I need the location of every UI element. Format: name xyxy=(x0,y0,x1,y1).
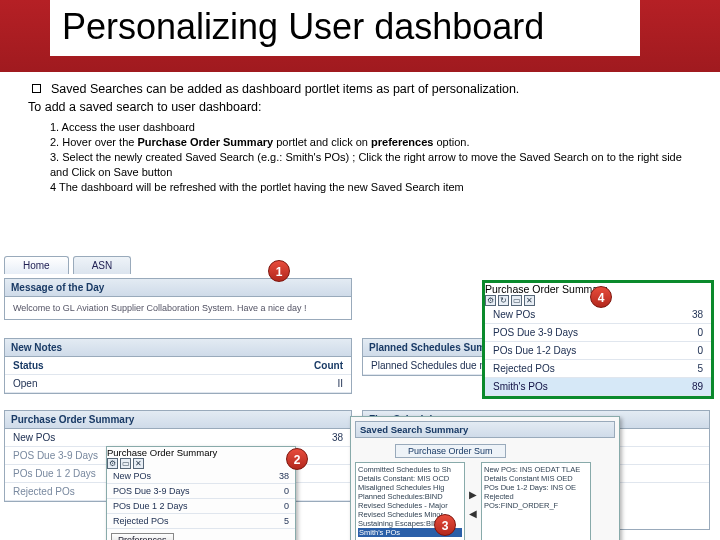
step-3: 3. Select the newly created Saved Search… xyxy=(50,150,692,180)
portlet-title: Message of the Day xyxy=(11,282,104,293)
callout-4: 4 xyxy=(590,286,612,308)
move-left-icon[interactable]: ◀ xyxy=(469,508,477,519)
portlet-close-icon[interactable]: ✕ xyxy=(524,295,535,306)
tab-home[interactable]: Home xyxy=(4,256,69,274)
portlet-close-icon[interactable]: ✕ xyxy=(133,458,144,469)
move-right-icon[interactable]: ▶ xyxy=(469,489,477,500)
tab-asn[interactable]: ASN xyxy=(73,256,132,274)
portlet-title: Purchase Order Summary xyxy=(107,447,217,458)
intro-line-1: Saved Searches can be added as dashboard… xyxy=(51,82,519,96)
callout-2: 2 xyxy=(286,448,308,470)
motd-body: Welcome to GL Aviation Supplier Collabor… xyxy=(5,297,351,319)
po-summary-hover-popup: Purchase Order Summary ⚙ ▭ ✕ New POs38 P… xyxy=(106,446,296,540)
step-1: 1. Access the user dashboard xyxy=(50,120,692,135)
intro-block: Saved Searches can be added as dashboard… xyxy=(0,72,720,198)
portlet-refresh-icon[interactable]: ↻ xyxy=(498,295,509,306)
dashboard-screenshot: Home ASN Message of the Day Welcome to G… xyxy=(0,230,720,540)
portlet-minimize-icon[interactable]: ▭ xyxy=(511,295,522,306)
portlet-gear-icon[interactable]: ⚙ xyxy=(107,458,118,469)
portlet-motd: Message of the Day Welcome to GL Aviatio… xyxy=(4,278,352,320)
page-title: Personalizing User dashboard xyxy=(50,0,640,56)
callout-3: 3 xyxy=(434,514,456,536)
intro-line-2: To add a saved search to user dashboard: xyxy=(28,100,261,114)
saved-search-preferences-dialog: Saved Search Summary Purchase Order Sum … xyxy=(350,416,620,540)
steps-list: 1. Access the user dashboard 2. Hover ov… xyxy=(28,116,692,194)
portlet-minimize-icon[interactable]: ▭ xyxy=(120,458,131,469)
step-4: 4 The dashboard will be refreshed with t… xyxy=(50,180,692,195)
preferences-button[interactable]: Preferences xyxy=(111,533,174,540)
selected-searches-list[interactable]: New POs: INS OEDAT TLAE Details Constant… xyxy=(481,462,591,540)
portlet-title: Purchase Order Summary xyxy=(11,414,134,425)
dialog-subtitle: Purchase Order Sum xyxy=(395,444,506,458)
dialog-title: Saved Search Summary xyxy=(355,421,615,438)
bullet-icon xyxy=(32,84,41,93)
callout-1: 1 xyxy=(268,260,290,282)
portlet-title: New Notes xyxy=(11,342,62,353)
portlet-new-notes: New Notes StatusCount OpenII xyxy=(4,338,352,394)
portlet-gear-icon[interactable]: ⚙ xyxy=(485,295,496,306)
step-2: 2. Hover over the Purchase Order Summary… xyxy=(50,135,692,150)
dashboard-tabs: Home ASN xyxy=(4,256,131,274)
portlet-title: Purchase Order Summary xyxy=(485,283,607,295)
